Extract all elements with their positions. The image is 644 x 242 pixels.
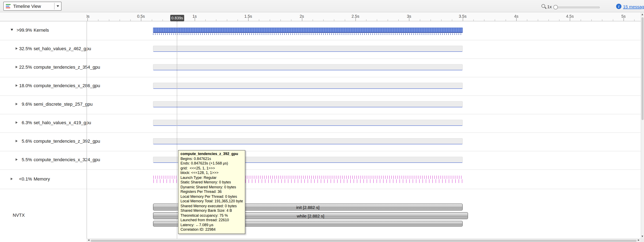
tooltip-line: Latency: ←7.089 μs [180,223,243,227]
vertical-scrollbar-thumb[interactable] [642,17,644,120]
tree-row-memory[interactable]: <0.1% Memory [0,169,86,189]
tick-label: 0.5s [137,14,145,19]
zoom-slider-track[interactable] [554,7,600,8]
tick-label: 1.5s [244,14,252,19]
kernel-range-bar[interactable] [153,120,463,126]
view-selector-label: Timeline View [13,4,53,9]
tooltip-title: compute_tendencies_z_392_gpu [180,152,243,157]
toolbar: Timeline View 1x 15 messages [0,0,644,12]
tooltip-line: grid: <<<25, 1, 1>>> [180,166,243,171]
nvtx-section-label: NVTX [13,213,25,217]
tick-label: 3.5s [459,14,466,19]
scroll-down-icon[interactable] [642,236,643,237]
tree-row-kernels[interactable]: >99.9% Kernels [0,21,86,40]
kernels-summary-bar[interactable] [153,28,463,33]
chevron-down-icon [56,5,59,7]
tooltip-line: Launch Type: Regular [180,175,243,180]
zoom-slider-thumb[interactable] [553,5,558,10]
tick-label: 5s [621,14,626,19]
time-marker-line [177,21,177,238]
row-name: compute_tendencies_x_286_gpu [34,83,100,88]
kernels-instance-ticks [153,33,463,35]
tooltip-line: Launched from thread: 22610 [180,218,243,223]
row-separator [0,133,641,133]
ruler-tick-area: 0s 0.5s 1s 1.5s 2s 2.5s 3s 3.5s 4s 4.5s … [86,12,641,21]
tree-row-kernel-child[interactable]: 18.0% compute_tendencies_x_286_gpu [0,77,86,95]
row-separator [0,189,641,189]
tree-row-kernel-child[interactable]: 22.5% compute_tendencies_z_354_gpu [0,58,86,77]
scroll-up-icon[interactable] [642,14,643,15]
tooltip-line: Theoretical occupancy: 75 % [180,213,243,218]
scroll-left-icon[interactable] [88,239,90,241]
tree-row-kernel-child[interactable]: 32.5% set_halo_values_z_462_gpu [0,40,86,58]
tick-label: 1s [192,14,197,19]
tooltip-line: Local Memory Per Thread: 0 bytes [180,194,243,199]
row-percent: >99.9% [12,28,32,33]
dropdown-separator [54,3,54,10]
kernel-range-bar[interactable] [153,83,463,89]
kernel-range-bar[interactable] [153,64,463,70]
horizontal-scrollbar-thumb[interactable] [91,239,636,241]
tick-label: 2.5s [352,14,359,19]
timeline-grid-icon [6,4,11,9]
kernel-tooltip: compute_tendencies_z_392_gpu Begins: 0.8… [178,150,245,234]
zoom-level-label: 1x [547,4,552,9]
horizontal-scrollbar[interactable] [86,238,641,242]
tooltip-line: Shared Memory Bank Size: 4 B [180,208,243,213]
row-name: Kernels [34,28,49,33]
tooltip-line: Registers Per Thread: 36 [180,190,243,194]
info-circle-icon[interactable] [616,4,622,9]
row-name: set_halo_values_x_419_gpu [34,120,91,125]
kernel-range-bar[interactable] [153,46,463,52]
row-name: compute_tendencies_x_324_gpu [34,157,100,162]
row-separator [0,40,641,40]
tick-label: 4s [514,14,518,19]
tree-row-nvtx[interactable]: NVTX [0,189,86,238]
row-separator [0,77,641,77]
tick-label: 0s [86,14,90,19]
tree-row-kernel-child[interactable]: 5.5% compute_tendencies_x_324_gpu [0,151,86,169]
tooltip-line: block: <<<128, 1, 1>>> [180,171,243,175]
tick-label: 4.5s [566,14,574,19]
tree-row-kernel-child[interactable]: 9.6% semi_discrete_step_257_gpu [0,95,86,114]
nvtx-range-label: while [2.882 s] [297,213,324,218]
tooltip-line: Local Memory Total: 191,365,120 bytes [180,199,243,204]
vertical-scrollbar[interactable] [641,12,644,238]
row-name: semi_discrete_step_257_gpu [34,101,92,106]
tooltip-line: Shared Memory executed: 0 bytes [180,204,243,208]
nvtx-range-label: init [2.882 s] [296,205,319,209]
tick-label: 3s [407,14,411,19]
scroll-right-icon[interactable] [638,239,640,241]
row-separator [0,151,641,151]
row-percent: 18.0% [12,83,32,88]
row-name: set_halo_values_z_462_gpu [34,46,91,51]
tooltip-line: Static Shared Memory: 0 bytes [180,180,243,185]
nsight-timeline-window: Timeline View 1x 15 messages 0s 0.5s 1s … [0,0,644,242]
panel-divider [86,12,87,238]
kernel-range-bar[interactable] [153,101,463,107]
kernel-range-bar[interactable] [153,138,463,144]
row-percent: 5.5% [12,157,32,162]
tooltip-line: Correlation ID: 22984 [180,227,243,232]
row-percent: 5.6% [12,139,32,144]
tree-row-kernel-child[interactable]: 6.3% set_halo_values_x_419_gpu [0,114,86,133]
tooltip-line: Begins: 0.847621s [180,157,243,161]
tick-label: 2s [300,14,304,19]
row-name: Memory [34,176,50,181]
tooltip-line: Dynamic Shared Memory: 0 bytes [180,185,243,190]
tooltip-line: Ends: 0.847623s (+1.568 μs) [180,161,243,166]
row-percent: 22.5% [12,65,32,69]
time-marker-badge[interactable]: 0.839s [170,15,184,21]
row-percent: 32.5% [12,46,32,51]
row-name: compute_tendencies_z_354_gpu [34,65,100,69]
messages-link[interactable]: 15 messages [623,4,644,9]
scrollbar-corner [641,238,644,242]
row-separator [0,95,641,96]
row-percent: <0.1% [12,176,32,181]
row-separator [0,169,641,170]
time-ruler[interactable]: 0s 0.5s 1s 1.5s 2s 2.5s 3s 3.5s 4s 4.5s … [0,12,641,21]
view-selector-dropdown[interactable]: Timeline View [3,2,62,11]
tree-row-kernel-child[interactable]: 5.6% compute_tendencies_z_392_gpu [0,133,86,151]
row-separator [0,114,641,114]
magnifier-icon [542,4,545,8]
